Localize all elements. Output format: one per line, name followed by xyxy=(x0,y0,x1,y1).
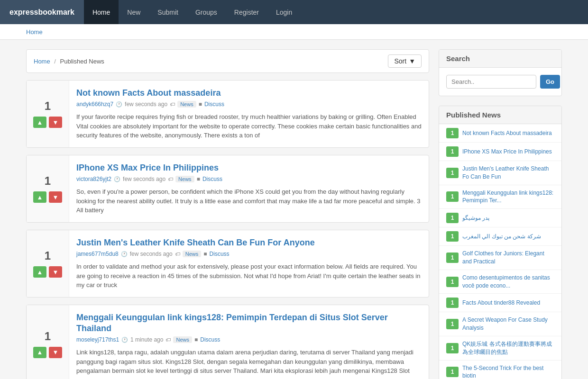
search-input[interactable] xyxy=(446,75,536,89)
pub-news-link[interactable]: Justin Men's Leather Knife Sheath Fo Can… xyxy=(462,165,554,181)
pub-count: 1 xyxy=(446,319,459,329)
discuss-link[interactable]: Discuss xyxy=(210,251,230,257)
vote-count: 1 xyxy=(45,330,51,343)
pub-news-link[interactable]: Not known Facts About massadeira xyxy=(462,129,552,137)
article-card: 1 ▲ ▼ Justin Men's Leather Knife Sheath … xyxy=(26,230,429,298)
article-time: few seconds ago xyxy=(123,176,165,182)
vote-down-button[interactable]: ▼ xyxy=(49,191,62,203)
article-excerpt: Link kings128, tanpa ragu, adalah unggul… xyxy=(76,348,422,376)
pub-news-link[interactable]: A Secret Weapon For Case Study Analysis xyxy=(462,316,554,332)
article-title[interactable]: Not known Facts About massadeira xyxy=(76,88,422,99)
main-container: Home / Published News Sort ▼ 1 ▲ ▼ xyxy=(19,49,569,379)
article-tag[interactable]: News xyxy=(175,176,194,182)
breadcrumb-nav-home[interactable]: Home xyxy=(34,58,50,65)
breadcrumb-separator: / xyxy=(54,58,56,65)
pub-news-link[interactable]: IPhone XS Max Price In Philippines xyxy=(462,148,552,156)
vote-up-button[interactable]: ▲ xyxy=(33,347,46,358)
article-title[interactable]: Menggali Keunggulan link kings128: Pemim… xyxy=(76,312,422,334)
discuss-link[interactable]: Discuss xyxy=(200,336,220,343)
vote-buttons: ▲ ▼ xyxy=(33,266,62,278)
vote-buttons: ▲ ▼ xyxy=(33,191,62,203)
breadcrumb-section: Home / Published News Sort ▼ xyxy=(26,49,429,73)
article-body: IPhone XS Max Price In Philippines victo… xyxy=(69,155,429,222)
nav-home[interactable]: Home xyxy=(84,0,119,24)
vote-down-button[interactable]: ▼ xyxy=(49,117,62,128)
list-item: 1 Menggali Keunggulan link kings128: Pem… xyxy=(439,185,561,209)
navbar: expressbookmark Home New Submit Groups R… xyxy=(0,0,588,24)
article-tag[interactable]: News xyxy=(177,101,196,108)
vote-up-button[interactable]: ▲ xyxy=(33,266,46,278)
vote-down-button[interactable]: ▼ xyxy=(49,347,62,358)
list-item: 1 Golf Clothes for Juniors: Elegant and … xyxy=(439,246,561,270)
article-author[interactable]: victora826yjt2 xyxy=(76,176,111,182)
bullet-sep: ■ xyxy=(194,336,198,343)
breadcrumb-current: Published News xyxy=(60,58,104,65)
sort-chevron-icon: ▼ xyxy=(409,57,415,65)
pub-news-link[interactable]: شركة شحن من تبوك الي المغرب xyxy=(462,233,541,241)
pub-count: 1 xyxy=(446,168,459,178)
bullet-sep: ■ xyxy=(199,101,202,108)
clock-icon: 🕐 xyxy=(121,251,128,257)
article-body: Menggali Keunggulan link kings128: Pemim… xyxy=(69,305,429,379)
nav-submit[interactable]: Submit xyxy=(149,0,187,24)
nav-groups[interactable]: Groups xyxy=(187,0,226,24)
article-excerpt: In order to validate and method your ask… xyxy=(76,262,422,290)
nav-new[interactable]: New xyxy=(119,0,149,24)
article-author[interactable]: james677m5du8 xyxy=(76,251,119,257)
nav-register[interactable]: Register xyxy=(226,0,267,24)
pub-news-link[interactable]: Como desentupimentos de sanitas você pod… xyxy=(462,274,554,290)
discuss-link[interactable]: Discuss xyxy=(204,101,224,108)
pub-news-link[interactable]: The 5-Second Trick For the best biotin xyxy=(462,364,554,379)
article-card: 1 ▲ ▼ Menggali Keunggulan link kings128:… xyxy=(26,305,429,379)
pub-news-link[interactable]: Golf Clothes for Juniors: Elegant and Pr… xyxy=(462,250,554,266)
vote-count: 1 xyxy=(45,249,51,262)
list-item: 1 Justin Men's Leather Knife Sheath Fo C… xyxy=(439,161,561,185)
pub-count: 1 xyxy=(446,231,459,242)
article-title[interactable]: Justin Men's Leather Knife Sheath Can Be… xyxy=(76,237,422,248)
articles-list: 1 ▲ ▼ Not known Facts About massadeira a… xyxy=(26,80,429,379)
sort-button[interactable]: Sort ▼ xyxy=(388,54,422,68)
vote-up-button[interactable]: ▲ xyxy=(33,191,46,203)
discuss-link[interactable]: Discuss xyxy=(202,176,222,182)
breadcrumb-top: Home xyxy=(26,28,43,36)
article-author[interactable]: andyk666hzq7 xyxy=(76,101,113,108)
vote-up-button[interactable]: ▲ xyxy=(33,117,46,128)
article-author[interactable]: moseleyj717ths1 xyxy=(76,336,119,343)
vote-down-button[interactable]: ▼ xyxy=(49,266,62,278)
article-time: 1 minute ago xyxy=(130,336,163,343)
article-meta: moseleyj717ths1 🕐 1 minute ago 🏷 News ■ … xyxy=(76,336,422,343)
pub-news-link[interactable]: پدر موشیگو xyxy=(462,214,489,222)
pub-count: 1 xyxy=(446,343,459,353)
pub-news-link[interactable]: Menggali Keunggulan link kings128: Pemim… xyxy=(462,189,554,205)
pub-count: 1 xyxy=(446,146,459,157)
article-card: 1 ▲ ▼ Not known Facts About massadeira a… xyxy=(26,80,429,148)
sidebar: Search Go Published News 1 Not known Fac… xyxy=(439,49,562,379)
article-meta: james677m5du8 🕐 few seconds ago 🏷 News ■… xyxy=(76,251,422,257)
article-tag[interactable]: News xyxy=(183,251,202,257)
nav-login[interactable]: Login xyxy=(267,0,301,24)
navbar-brand[interactable]: expressbookmark xyxy=(0,0,84,24)
clock-icon: 🕐 xyxy=(114,176,120,182)
bullet-sep: ■ xyxy=(203,251,207,257)
tag-icon: 🏷 xyxy=(165,337,171,343)
breadcrumb-bar: Home xyxy=(0,24,588,40)
list-item: 1 QK娱乐城 各式各樣的運動賽事將成為全球矚目的焦點 xyxy=(439,336,561,361)
tag-icon: 🏷 xyxy=(170,101,175,107)
vote-count: 1 xyxy=(45,99,51,113)
pub-count: 1 xyxy=(446,253,459,263)
search-button[interactable]: Go xyxy=(540,75,560,89)
search-box: Search Go xyxy=(439,49,562,96)
article-tag[interactable]: News xyxy=(173,336,192,343)
article-title[interactable]: IPhone XS Max Price In Philippines xyxy=(76,162,422,173)
article-meta: victora826yjt2 🕐 few seconds ago 🏷 News … xyxy=(76,176,422,182)
vote-column: 1 ▲ ▼ xyxy=(27,155,69,222)
pub-count: 1 xyxy=(446,128,459,138)
pub-news-link[interactable]: QK娱乐城 各式各樣的運動賽事將成為全球矚目的焦點 xyxy=(462,340,554,356)
vote-buttons: ▲ ▼ xyxy=(33,347,62,358)
list-item: 1 Not known Facts About massadeira xyxy=(439,124,561,143)
vote-column: 1 ▲ ▼ xyxy=(27,230,69,297)
pub-news-link[interactable]: Facts About tinder88 Revealed xyxy=(462,299,540,307)
clock-icon: 🕐 xyxy=(121,337,128,343)
breadcrumb-home-link[interactable]: Home xyxy=(26,28,43,36)
article-time: few seconds ago xyxy=(125,101,167,108)
